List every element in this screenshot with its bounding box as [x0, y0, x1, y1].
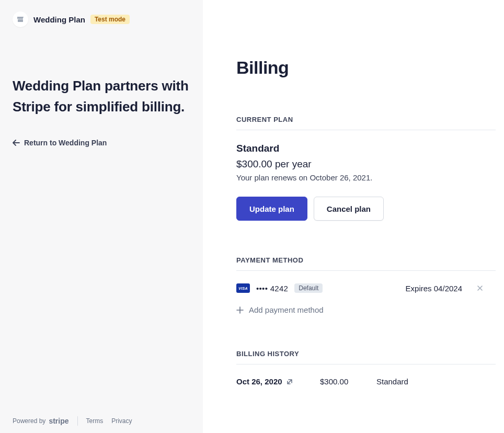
test-mode-badge: Test mode [90, 15, 130, 24]
default-badge: Default [294, 283, 323, 293]
remove-payment-method-button[interactable] [477, 285, 496, 291]
invoice-plan: Standard [376, 377, 496, 386]
invoice-date: Oct 26, 2020 [236, 377, 320, 386]
close-icon [477, 285, 483, 291]
stripe-logo: stripe [49, 417, 68, 425]
billing-history-section: BILLING HISTORY Oct 26, 2020 $300.00 Sta… [236, 350, 496, 386]
plan-actions: Update plan Cancel plan [236, 197, 496, 221]
cancel-plan-button[interactable]: Cancel plan [314, 197, 384, 221]
visa-icon: VISA [236, 283, 250, 293]
privacy-link[interactable]: Privacy [111, 417, 132, 425]
return-link[interactable]: Return to Wedding Plan [13, 139, 190, 147]
billing-history-row[interactable]: Oct 26, 2020 $300.00 Standard [236, 377, 496, 386]
arrow-left-icon [13, 140, 20, 146]
plan-name: Standard [236, 143, 496, 154]
powered-by: Powered by stripe [13, 417, 69, 425]
sidebar: Wedding Plan Test mode Wedding Plan part… [0, 0, 203, 433]
external-link-icon [287, 379, 293, 385]
invoice-date-label: Oct 26, 2020 [236, 377, 282, 386]
add-payment-method-label: Add payment method [249, 305, 324, 314]
return-link-label: Return to Wedding Plan [24, 139, 107, 147]
powered-by-label: Powered by [13, 417, 45, 425]
brand-name: Wedding Plan [33, 15, 85, 24]
payment-method-section: PAYMENT METHOD VISA •••• 4242 Default Ex… [236, 256, 496, 314]
plus-icon [236, 306, 244, 314]
current-plan-header: CURRENT PLAN [236, 116, 496, 130]
payment-method-row: VISA •••• 4242 Default Expires 04/2024 [236, 283, 496, 293]
svg-rect-0 [18, 19, 23, 22]
add-payment-method-button[interactable]: Add payment method [236, 305, 496, 314]
main-content: Billing CURRENT PLAN Standard $300.00 pe… [203, 0, 504, 433]
card-expires: Expires 04/2024 [406, 284, 462, 293]
footer: Powered by stripe Terms Privacy [13, 416, 132, 426]
current-plan-section: CURRENT PLAN Standard $300.00 per year Y… [236, 116, 496, 221]
update-plan-button[interactable]: Update plan [236, 197, 307, 221]
plan-renewal: Your plan renews on October 26, 2021. [236, 173, 496, 182]
footer-divider [77, 416, 78, 426]
billing-history-header: BILLING HISTORY [236, 350, 496, 364]
invoice-amount: $300.00 [320, 377, 376, 386]
terms-link[interactable]: Terms [86, 417, 104, 425]
page-title: Billing [236, 58, 496, 78]
sidebar-tagline: Wedding Plan partners with Stripe for si… [13, 75, 190, 118]
plan-price: $300.00 per year [236, 158, 496, 170]
shop-icon [16, 15, 25, 24]
brand-logo [13, 12, 28, 27]
brand-row: Wedding Plan Test mode [13, 12, 190, 27]
payment-method-header: PAYMENT METHOD [236, 256, 496, 271]
card-last-four: •••• 4242 [256, 284, 288, 293]
